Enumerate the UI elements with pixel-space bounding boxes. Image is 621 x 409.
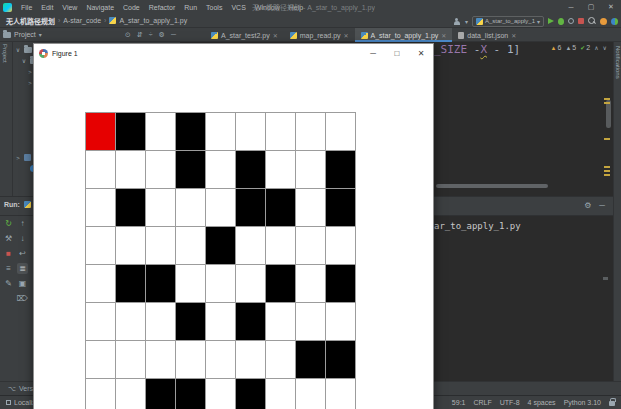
menu-code[interactable]: Code — [119, 3, 144, 12]
tree-chevron-icon[interactable]: ∨ — [15, 46, 21, 53]
figure-title-bar[interactable]: Figure 1 ─□✕ — [34, 44, 433, 62]
run-button[interactable] — [548, 18, 554, 24]
inspection-nav-icon[interactable]: ∨ — [603, 44, 607, 51]
breadcrumb-item[interactable]: 无人机路径规划 — [6, 16, 55, 26]
inspection-icon: ▲ — [565, 45, 571, 51]
hide-icon[interactable]: ─ — [599, 201, 605, 210]
hide-icon[interactable]: ─ — [171, 31, 176, 38]
tab-close-icon[interactable]: ✕ — [273, 32, 278, 39]
grid-cell — [146, 303, 175, 340]
menu-refactor[interactable]: Refactor — [145, 3, 179, 12]
stop-icon[interactable]: ■ — [3, 248, 14, 259]
grid-cell — [326, 227, 355, 264]
settings-icon[interactable]: ⚙ — [584, 201, 591, 210]
tab-A_star_to_apply_1.py[interactable]: A_star_to_apply_1.py✕ — [355, 28, 453, 42]
search-button[interactable] — [588, 17, 596, 25]
tab-close-icon[interactable]: ✕ — [511, 32, 516, 39]
settings-icon[interactable]: ⚙ — [159, 31, 165, 39]
up-stack-trace-icon[interactable]: ↑ — [17, 218, 28, 229]
breadcrumb-item[interactable]: A_star_to_apply_1.py — [119, 17, 187, 24]
menu-file[interactable]: File — [17, 3, 36, 12]
show-list-icon[interactable]: ≡ — [3, 263, 14, 274]
inspection-number: 2 — [586, 44, 590, 51]
grid-cell — [266, 303, 295, 340]
menu-edit[interactable]: Edit — [37, 3, 57, 12]
matplotlib-figure-window[interactable]: Figure 1 ─□✕ — [33, 43, 434, 409]
status-widgets: 59:1CRLFUTF-84 spacesPython 3.10 — [452, 399, 615, 406]
notifications-button[interactable] — [600, 18, 607, 25]
tab-map_read.py[interactable]: map_read.py✕ — [284, 28, 355, 42]
menu-navigate[interactable]: Navigate — [82, 3, 118, 12]
status-item[interactable]: CRLF — [473, 399, 491, 406]
user-icon[interactable] — [453, 17, 461, 25]
scroll-to-end-icon[interactable]: ≣ — [17, 263, 28, 274]
tab-close-icon[interactable]: ✕ — [441, 32, 446, 39]
grid-cell — [146, 379, 175, 409]
chevron-down-icon: ▾ — [537, 18, 540, 25]
tree-chevron-icon[interactable]: ∨ — [21, 57, 27, 64]
inspections-widget[interactable]: ▲6▲5✔2∧∨ — [551, 44, 607, 51]
warning-stripe-mark[interactable] — [604, 98, 610, 100]
warning-stripe-mark[interactable] — [604, 166, 610, 168]
rerun-icon[interactable]: ↻ — [3, 218, 14, 229]
grid-cell — [296, 113, 325, 150]
status-message-icon — [6, 400, 11, 405]
status-item[interactable]: 59:1 — [452, 399, 466, 406]
code-token: _SIZE — [434, 43, 474, 56]
print-icon[interactable]: ▣ — [17, 278, 28, 289]
stripe-project-button[interactable]: Project — [2, 44, 8, 63]
grid-cell — [176, 379, 205, 409]
matplotlib-icon — [39, 49, 48, 58]
clear-icon[interactable]: ⌦ — [17, 293, 28, 304]
stop-button[interactable] — [578, 18, 584, 24]
menu-run[interactable]: Run — [180, 3, 201, 12]
project-folder-icon — [3, 32, 11, 38]
debug-button[interactable] — [558, 18, 564, 25]
grid-cell — [206, 265, 235, 302]
figure-maximize-button[interactable]: □ — [385, 44, 409, 62]
project-tool-header[interactable]: Project ▾ — [3, 28, 42, 41]
window-minimize-button[interactable]: ─ — [561, 0, 581, 14]
warning-stripe-mark[interactable] — [604, 170, 610, 172]
soft-wrap-icon[interactable]: ↩ — [17, 248, 28, 259]
codewithme-button[interactable] — [611, 18, 618, 25]
user-chevron-icon[interactable]: ▾ — [465, 18, 468, 25]
pin-icon[interactable]: ✎ — [3, 278, 14, 289]
run-configuration-select[interactable]: A_star_to_apply_1 ▾ — [472, 16, 544, 27]
status-item[interactable]: UTF-8 — [500, 399, 520, 406]
tab-A_star_test2.py[interactable]: A_star_test2.py✕ — [205, 28, 284, 42]
status-item[interactable]: Python 3.10 — [564, 399, 601, 406]
window-title: 无人机路径规划 - A_star_to_apply_1.py — [252, 2, 375, 12]
inspection-count: ▲5 — [565, 44, 576, 51]
collapse-all-icon[interactable]: ÷ — [149, 31, 153, 38]
window-close-button[interactable]: ✕ — [601, 0, 621, 14]
window-maximize-button[interactable]: ▢ — [581, 0, 601, 14]
warning-stripe-mark[interactable] — [604, 138, 610, 140]
vertical-scrollbar[interactable] — [606, 100, 611, 128]
inspection-nav-icon[interactable]: ∧ — [594, 44, 598, 51]
locate-icon[interactable]: ⊙ — [125, 31, 131, 39]
tree-chevron-icon[interactable]: > — [15, 155, 21, 161]
grid-cell — [326, 113, 355, 150]
lock-icon[interactable] — [609, 401, 615, 406]
menu-vcs[interactable]: VCS — [227, 3, 249, 12]
status-item[interactable]: 4 spaces — [528, 399, 556, 406]
tab-close-icon[interactable]: ✕ — [344, 32, 349, 39]
tab-data_list.json[interactable]: data_list.json✕ — [452, 28, 522, 42]
breadcrumb-item[interactable]: A-star_code — [63, 17, 101, 24]
grid-cell — [146, 341, 175, 378]
edit-configuration-icon[interactable]: ⚒ — [3, 233, 14, 244]
figure-close-button[interactable]: ✕ — [409, 44, 433, 62]
warning-stripe-mark[interactable] — [604, 102, 610, 104]
figure-minimize-button[interactable]: ─ — [361, 44, 385, 62]
warning-stripe-mark[interactable] — [604, 174, 610, 176]
run-tab[interactable]: Run: — [4, 201, 31, 208]
down-stack-trace-icon[interactable]: ↓ — [17, 233, 28, 244]
expand-all-icon[interactable]: ⇵ — [137, 31, 143, 39]
profiler-button[interactable] — [568, 18, 574, 24]
menu-tools[interactable]: Tools — [202, 3, 226, 12]
menu-view[interactable]: View — [58, 3, 81, 12]
grid-cell — [236, 189, 265, 226]
stripe-notifications-button[interactable]: Notifications — [615, 46, 621, 79]
horizontal-scrollbar[interactable] — [436, 184, 548, 188]
